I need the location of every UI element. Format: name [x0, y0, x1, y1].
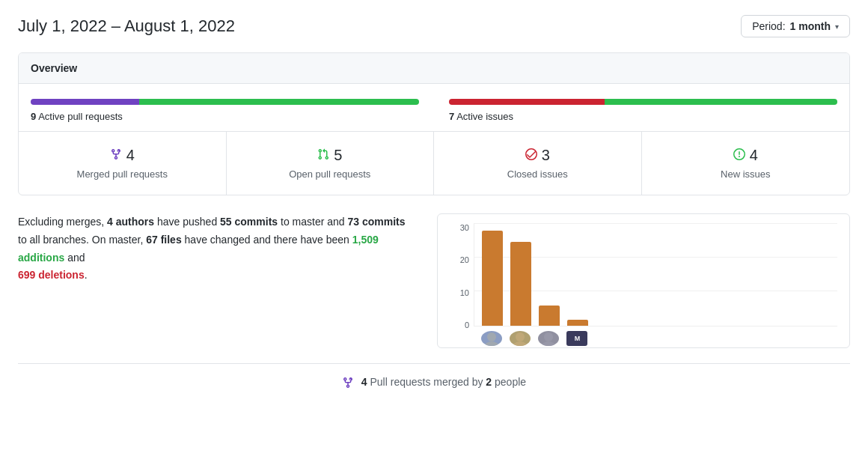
closed-issues-bar-segment	[449, 99, 605, 105]
merged-bar-segment	[31, 99, 139, 105]
y-label-20: 20	[450, 255, 474, 264]
new-issues-stat: 4 New issues	[642, 132, 850, 195]
commits-description: Excluding merges, 4 authors have pushed …	[18, 213, 407, 348]
commits-suffix4: and	[67, 252, 85, 264]
files-label: files	[161, 234, 182, 246]
closed-issues-stat: 3 Closed issues	[434, 132, 642, 195]
commits-suffix3: have changed and there have been	[185, 234, 349, 246]
pull-requests-count: 9	[31, 111, 36, 122]
date-range: July 1, 2022 – August 1, 2022	[18, 16, 235, 36]
period-prefix: Period:	[752, 20, 785, 32]
svg-point-4	[544, 332, 553, 341]
bar-2	[510, 242, 531, 326]
new-issues-number-row: 4	[654, 147, 838, 164]
merged-prs-count: 4	[126, 147, 135, 164]
new-issues-count: 4	[750, 147, 758, 164]
svg-point-3	[513, 341, 528, 346]
pull-requests-bar-group: 9 Active pull requests	[31, 99, 419, 122]
open-prs-stat: 5 Open pull requests	[227, 132, 435, 195]
commits-suffix2: to all branches. On master,	[18, 234, 143, 246]
issues-text: Active issues	[456, 111, 513, 122]
svg-point-5	[541, 341, 556, 346]
merged-prs-stat: 4 Merged pull requests	[19, 132, 227, 195]
avatar-3	[538, 331, 559, 346]
open-prs-number-row: 5	[239, 147, 422, 164]
pull-requests-text: Active pull requests	[38, 111, 123, 122]
deletions-label: deletions	[38, 269, 84, 281]
overview-bars: 9 Active pull requests 7 Active issues	[19, 84, 849, 131]
commits-section: Excluding merges, 4 authors have pushed …	[18, 213, 850, 348]
authors-count: 4	[107, 216, 113, 228]
overview-title: Overview	[19, 53, 849, 84]
bar-3	[539, 306, 560, 326]
closed-issues-label: Closed issues	[446, 168, 629, 180]
merged-prs-label: Merged pull requests	[31, 168, 214, 180]
open-issues-bar-segment	[605, 99, 837, 105]
pull-requests-bar	[31, 99, 419, 105]
period-value: 1 month	[790, 20, 831, 32]
chevron-down-icon: ▾	[835, 22, 839, 31]
closed-issues-count: 3	[542, 147, 550, 164]
closed-issues-number-row: 3	[446, 147, 629, 164]
y-label-30: 30	[450, 223, 474, 232]
open-prs-label: Open pull requests	[239, 168, 422, 180]
avatar-1	[481, 331, 502, 346]
closed-issue-icon	[525, 148, 537, 163]
pr-merge-icon	[342, 376, 357, 388]
deletions-count: 699	[18, 269, 35, 281]
commits-label: commits	[235, 216, 278, 228]
svg-point-0	[487, 332, 496, 341]
files-count: 67	[146, 234, 158, 246]
issues-bar	[449, 99, 837, 105]
issues-label: 7 Active issues	[449, 111, 837, 122]
svg-point-2	[516, 332, 525, 341]
pushed-label: have pushed	[157, 216, 217, 228]
y-label-0: 0	[450, 320, 474, 329]
issues-bar-group: 7 Active issues	[449, 99, 837, 122]
authors-label: authors	[116, 216, 154, 228]
open-bar-segment	[139, 99, 419, 105]
new-issue-icon	[733, 148, 745, 163]
merged-prs-number-row: 4	[31, 147, 214, 164]
commits-suffix1: to master and	[281, 216, 345, 228]
footer-pr-count: 4	[361, 376, 367, 388]
master-commits-label: commits	[362, 216, 406, 228]
bar-1	[482, 231, 503, 326]
footer-people-label: people	[495, 376, 526, 388]
avatar-2	[510, 331, 531, 346]
commits-prefix: Excluding merges,	[18, 216, 104, 228]
footer-people-count: 2	[486, 376, 492, 388]
commits-chart: 30 20 10 0	[437, 213, 850, 348]
page-header: July 1, 2022 – August 1, 2022 Period: 1 …	[18, 15, 850, 37]
stats-grid: 4 Merged pull requests 5 Open pull reque…	[19, 131, 849, 195]
footer-section: 4 Pull requests merged by 2 people	[18, 363, 850, 401]
footer-pr-text: Pull requests merged by	[370, 376, 483, 388]
issues-count: 7	[449, 111, 454, 122]
new-issues-label: New issues	[654, 168, 838, 180]
master-commits: 73	[348, 216, 360, 228]
overview-section: Overview 9 Active pull requests 7 Active…	[18, 52, 850, 195]
period-button[interactable]: Period: 1 month ▾	[741, 15, 850, 37]
pull-requests-label: 9 Active pull requests	[31, 111, 419, 122]
additions-count: 1,509	[352, 234, 379, 246]
open-prs-count: 5	[334, 147, 342, 164]
additions-label: additions	[18, 252, 64, 264]
merged-pr-icon	[110, 148, 122, 163]
bar-4	[567, 320, 588, 326]
commits-count: 55	[220, 216, 232, 228]
y-label-10: 10	[450, 288, 474, 297]
avatar-4: M	[566, 331, 587, 346]
svg-point-1	[484, 341, 499, 346]
open-pr-icon	[317, 148, 329, 163]
